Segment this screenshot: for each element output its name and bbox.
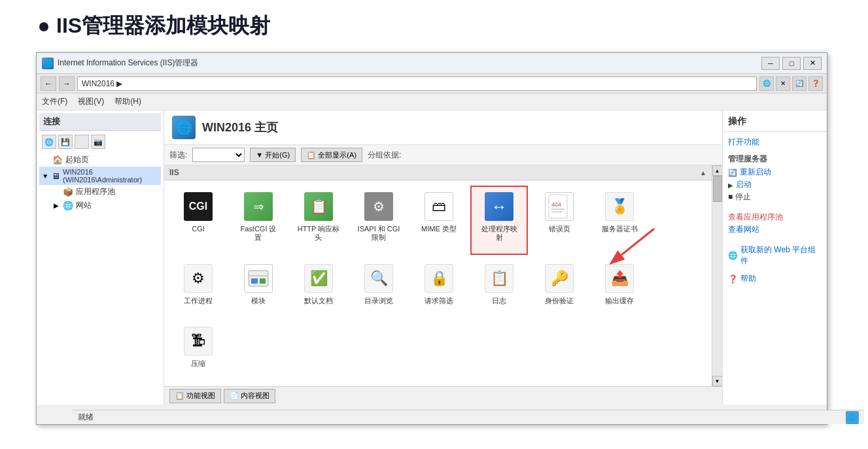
cert-icon-item[interactable]: 🏅 服务器证书 xyxy=(591,186,648,255)
sidebar-tool-btn-1[interactable]: 🌐 xyxy=(42,135,56,149)
view-apppool-label: 查看应用程序池 xyxy=(728,212,783,223)
output-cache-icon-item[interactable]: 📤 输出缓存 xyxy=(591,258,648,318)
svg-rect-4 xyxy=(249,271,268,286)
back-button[interactable]: ← xyxy=(41,76,56,91)
sidebar: 连接 🌐 💾 📷 🏠 起始页 ▼ 🖥 WIN2016 (WIN2016\Admi… xyxy=(37,110,164,405)
iis-section-text: IIS xyxy=(169,168,179,177)
sidebar-item-website[interactable]: ▶ 🌐 网站 xyxy=(50,199,161,212)
handler-label: 处理程序映射 xyxy=(481,225,517,242)
website-icon: 🌐 xyxy=(63,201,73,211)
request-filter-icon-item[interactable]: 🔒 请求筛选 xyxy=(410,258,468,318)
fastcgi-icon-item[interactable]: FastCGI 设置 xyxy=(230,186,287,255)
sidebar-toolbar: 🌐 💾 📷 xyxy=(39,133,161,150)
http-label: HTTP 响应标头 xyxy=(298,225,340,242)
worker-icon-box: ⚙ xyxy=(182,263,214,294)
nav-icon-3[interactable]: 🔄 xyxy=(792,76,807,91)
maximize-button[interactable]: □ xyxy=(782,57,801,70)
right-panel-open-section: 打开功能 xyxy=(723,135,827,150)
handler-icon xyxy=(485,192,513,221)
sidebar-item-apppool[interactable]: 📦 应用程序池 xyxy=(50,185,161,199)
scroll-up-btn[interactable]: ▲ xyxy=(712,165,723,176)
stop-link[interactable]: ■ 停止 xyxy=(728,191,822,203)
auth-icon-item[interactable]: 🔑 身份验证 xyxy=(530,258,588,318)
fastcgi-label: FastCGI 设置 xyxy=(240,225,276,242)
request-filter-icon: 🔒 xyxy=(425,264,453,293)
nav-icon-4[interactable]: ❓ xyxy=(808,76,823,91)
log-icon-item[interactable]: 📋 日志 xyxy=(470,258,528,318)
output-cache-label: 输出缓存 xyxy=(605,297,634,305)
help-link[interactable]: ❓ 帮助 xyxy=(728,273,822,285)
nav-icon-2[interactable]: ✕ xyxy=(776,76,790,91)
view-apppool-link[interactable]: 查看应用程序池 xyxy=(728,211,822,224)
worker-icon: ⚙ xyxy=(184,264,213,293)
stop-label: 停止 xyxy=(735,192,751,201)
compress-icon: 🗜 xyxy=(184,327,213,356)
open-feature-link[interactable]: 打开功能 xyxy=(728,136,822,148)
cert-icon-box: 🏅 xyxy=(604,191,635,222)
right-panel-header: 操作 xyxy=(723,113,827,132)
forward-button[interactable]: → xyxy=(59,76,75,91)
tree-expand-apppool xyxy=(52,188,60,196)
sidebar-item-server[interactable]: ▼ 🖥 WIN2016 (WIN2016\Administrator) xyxy=(39,167,161,185)
cgi-icon-item[interactable]: CGI CGI xyxy=(169,186,227,255)
get-components-link[interactable]: 🌐 获取新的 Web 平台组件 xyxy=(728,244,822,267)
address-bar[interactable]: WIN2016 ▶ xyxy=(77,76,757,91)
sidebar-item-home[interactable]: 🏠 起始页 xyxy=(39,153,161,167)
content-view-btn[interactable]: 📄 内容视图 xyxy=(224,389,275,403)
start-icon xyxy=(728,180,733,190)
filter-bar: 筛选: ▼ 开始(G) 📋 全部显示(A) 分组依据: xyxy=(164,145,722,165)
worker-icon-item[interactable]: ⚙ 工作进程 xyxy=(169,258,227,318)
sidebar-tool-btn-2[interactable]: 💾 xyxy=(58,135,73,149)
sidebar-tool-btn-4[interactable]: 📷 xyxy=(91,135,105,149)
default-doc-icon-item[interactable]: ✅ 默认文档 xyxy=(290,258,347,318)
nav-icon-1[interactable]: 🌐 xyxy=(759,76,774,91)
cgi-icon-box: CGI xyxy=(182,191,214,222)
worker-label: 工作进程 xyxy=(184,297,213,305)
scroll-down-btn[interactable]: ▼ xyxy=(712,376,723,386)
icons-scroll-area: IIS ▲ CGI CGI xyxy=(164,165,712,386)
open-feature-label: 打开功能 xyxy=(728,137,759,148)
tree-expand-website: ▶ xyxy=(52,202,60,210)
sidebar-tool-btn-3[interactable] xyxy=(75,135,89,149)
restart-link[interactable]: 重新启动 xyxy=(728,166,822,178)
compress-icon-item[interactable]: 🗜 压缩 xyxy=(169,320,227,381)
content-title-text: WIN2016 主页 xyxy=(202,120,278,135)
svg-rect-7 xyxy=(260,278,266,284)
mime-icon-item[interactable]: MIME 类型 xyxy=(410,186,468,255)
start-filter-button[interactable]: ▼ 开始(G) xyxy=(250,148,296,162)
cert-label: 服务器证书 xyxy=(602,225,638,233)
section-collapse-btn[interactable]: ▲ xyxy=(700,169,706,176)
close-button[interactable]: ✕ xyxy=(803,57,822,70)
menu-view[interactable]: 视图(V) xyxy=(78,96,104,107)
spacer-1 xyxy=(723,205,827,210)
modules-icon-item[interactable]: 模块 xyxy=(230,258,287,318)
group-label: 分组依据: xyxy=(368,150,401,161)
window-titlebar: Internet Information Services (IIS)管理器 ─… xyxy=(37,53,827,74)
show-all-button[interactable]: 📋 全部显示(A) xyxy=(301,148,362,162)
isapi-icon-item[interactable]: ISAPI 和 CGI限制 xyxy=(350,186,408,255)
compress-label: 压缩 xyxy=(191,359,205,368)
view-website-link[interactable]: 查看网站 xyxy=(728,224,822,236)
menu-help[interactable]: 帮助(H) xyxy=(114,96,141,107)
home-icon: 🏠 xyxy=(52,155,63,165)
feature-view-label: 📋 功能视图 xyxy=(175,391,215,401)
dir-browse-icon-item[interactable]: 🔍 目录浏览 xyxy=(350,258,408,318)
start-link[interactable]: 启动 xyxy=(728,178,822,191)
dir-browse-icon: 🔍 xyxy=(364,264,393,293)
filter-select[interactable] xyxy=(192,148,245,162)
vertical-scrollbar[interactable]: ▲ ▼ xyxy=(712,165,722,386)
cgi-icon: CGI xyxy=(184,192,213,221)
scroll-thumb[interactable] xyxy=(713,176,722,202)
cert-icon: 🏅 xyxy=(605,192,634,221)
feature-view-btn[interactable]: 📋 功能视图 xyxy=(169,389,221,403)
menu-file[interactable]: 文件(F) xyxy=(42,96,67,107)
filter-label: 筛选: xyxy=(169,150,187,161)
http-icon-item[interactable]: HTTP 响应标头 xyxy=(290,186,347,255)
minimize-button[interactable]: ─ xyxy=(761,57,780,70)
handler-icon-item[interactable]: 处理程序映射 xyxy=(470,186,528,255)
output-cache-icon: 📤 xyxy=(605,264,634,293)
content-title-icon: 🌐 xyxy=(172,116,196,139)
window-controls[interactable]: ─ □ ✕ xyxy=(761,57,822,70)
right-panel: 操作 打开功能 管理服务器 重新启动 启动 ■ 停止 xyxy=(722,110,827,405)
error-icon-item[interactable]: 404 错误页 xyxy=(530,186,588,255)
